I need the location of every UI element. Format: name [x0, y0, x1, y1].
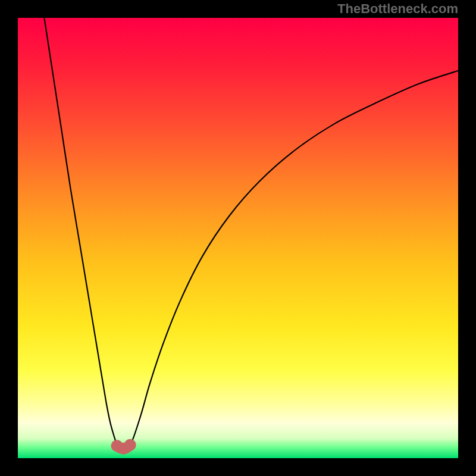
- dot-right: [124, 439, 136, 451]
- attribution-text: TheBottleneck.com: [337, 1, 458, 17]
- chart-frame: TheBottleneck.com: [0, 0, 476, 476]
- plot-background: [18, 18, 458, 458]
- bottleneck-chart: [0, 0, 476, 476]
